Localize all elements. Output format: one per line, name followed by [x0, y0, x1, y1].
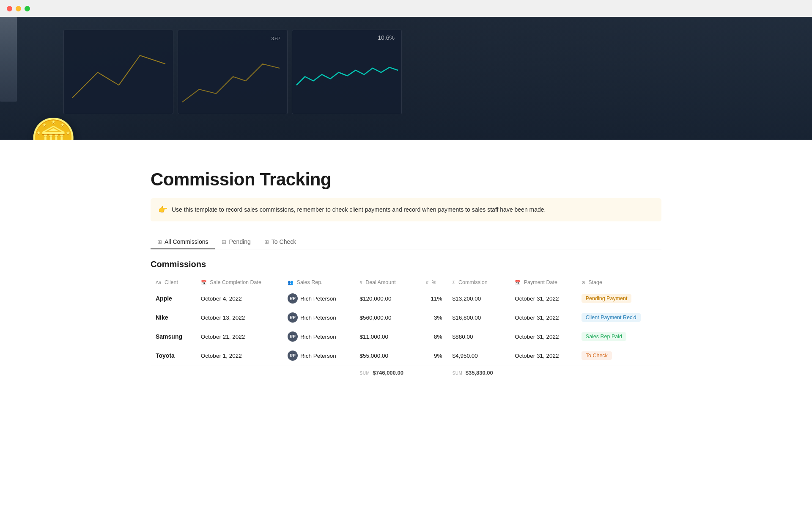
cell-commission-3: $4,950.00: [447, 346, 510, 365]
stage-badge-0: Pending Payment: [582, 294, 632, 303]
col-icon-pct: #: [426, 280, 428, 285]
tab-pending-icon: ⊞: [222, 239, 226, 245]
tab-bar: ⊞ All Commissions ⊞ Pending ⊞ To Check: [151, 235, 661, 249]
tab-all-commissions[interactable]: ⊞ All Commissions: [151, 235, 215, 249]
info-banner-icon: 👉: [158, 204, 167, 215]
titlebar: [0, 0, 812, 17]
tab-pending-label: Pending: [229, 238, 250, 245]
cell-payment-date-2: October 31, 2022: [510, 327, 576, 346]
sum-row: SUM $746,000.00 SUM $35,830.00: [151, 365, 661, 381]
cell-sale-date-3: October 1, 2022: [196, 346, 283, 365]
main-content: Commission Tracking 👉 Use this template …: [110, 140, 702, 397]
cell-commission-0: $13,200.00: [447, 289, 510, 308]
cell-pct-2: 8%: [421, 327, 447, 346]
avatar-1: RP: [288, 312, 298, 323]
tab-to-check[interactable]: ⊞ To Check: [258, 235, 303, 249]
stage-badge-3: To Check: [582, 351, 612, 360]
cell-payment-date-1: October 31, 2022: [510, 308, 576, 327]
tab-to-check-icon: ⊞: [264, 239, 269, 245]
col-header-commission: Σ Commission: [447, 276, 510, 289]
table-row: Nike October 13, 2022 RP Rich Peterson $…: [151, 308, 661, 327]
hero-banner: 3.67 10.6% 🪙: [0, 17, 812, 140]
cell-sales-rep-1: RP Rich Peterson: [283, 308, 354, 327]
col-header-client: Aa Client: [151, 276, 196, 289]
table-row: Samsung October 21, 2022 RP Rich Peterso…: [151, 327, 661, 346]
cell-payment-date-0: October 31, 2022: [510, 289, 576, 308]
cell-client-0: Apple: [151, 289, 196, 308]
col-icon-stage: ⊙: [582, 280, 585, 285]
minimize-button[interactable]: [16, 6, 21, 11]
commissions-table: Aa Client 📅 Sale Completion Date 👥 Sales…: [151, 276, 661, 380]
hero-panel-2: 3.67: [178, 30, 288, 114]
cell-pct-0: 11%: [421, 289, 447, 308]
cell-deal-amount-1: $560,000.00: [355, 308, 421, 327]
cell-sales-rep-2: RP Rich Peterson: [283, 327, 354, 346]
avatar-2: RP: [288, 331, 298, 342]
cell-stage-3: To Check: [576, 346, 661, 365]
cell-sale-date-2: October 21, 2022: [196, 327, 283, 346]
maximize-button[interactable]: [25, 6, 30, 11]
cell-sale-date-0: October 4, 2022: [196, 289, 283, 308]
col-header-payment-date: 📅 Payment Date: [510, 276, 576, 289]
avatar-3: RP: [288, 351, 298, 361]
page-title: Commission Tracking: [151, 169, 661, 190]
cell-payment-date-3: October 31, 2022: [510, 346, 576, 365]
cell-sales-rep-3: RP Rich Peterson: [283, 346, 354, 365]
section-title: Commissions: [151, 260, 661, 269]
cell-pct-1: 3%: [421, 308, 447, 327]
col-icon-sales-rep: 👥: [288, 280, 294, 285]
table-row: Toyota October 1, 2022 RP Rich Peterson …: [151, 346, 661, 365]
col-icon-payment-date: 📅: [515, 280, 521, 285]
tab-pending[interactable]: ⊞ Pending: [215, 235, 257, 249]
stage-badge-1: Client Payment Rec'd: [582, 313, 641, 322]
cell-stage-1: Client Payment Rec'd: [576, 308, 661, 327]
cell-sale-date-1: October 13, 2022: [196, 308, 283, 327]
cell-pct-3: 9%: [421, 346, 447, 365]
col-icon-commission: Σ: [453, 280, 455, 285]
tab-all-label: All Commissions: [165, 238, 208, 245]
col-header-sales-rep: 👥 Sales Rep.: [283, 276, 354, 289]
table-header-row: Aa Client 📅 Sale Completion Date 👥 Sales…: [151, 276, 661, 289]
cell-client-2: Samsung: [151, 327, 196, 346]
col-icon-deal-amount: #: [360, 280, 362, 285]
col-header-sale-date: 📅 Sale Completion Date: [196, 276, 283, 289]
info-banner: 👉 Use this template to record sales comm…: [151, 198, 661, 221]
wallet-icon: 🪙: [30, 116, 77, 140]
hero-panel-1: [63, 30, 173, 114]
cell-commission-1: $16,800.00: [447, 308, 510, 327]
col-header-pct: # %: [421, 276, 447, 289]
col-header-deal-amount: # Deal Amount: [355, 276, 421, 289]
cell-commission-2: $880.00: [447, 327, 510, 346]
cell-client-1: Nike: [151, 308, 196, 327]
tab-to-check-label: To Check: [272, 238, 296, 245]
close-button[interactable]: [7, 6, 12, 11]
cell-deal-amount-3: $55,000.00: [355, 346, 421, 365]
cell-client-3: Toyota: [151, 346, 196, 365]
sum-deal-amount: SUM $746,000.00: [355, 365, 421, 381]
cell-stage-2: Sales Rep Paid: [576, 327, 661, 346]
commissions-table-wrapper: Aa Client 📅 Sale Completion Date 👥 Sales…: [151, 276, 661, 380]
col-header-stage: ⊙ Stage: [576, 276, 661, 289]
avatar-0: RP: [288, 293, 298, 304]
sum-commission: SUM $35,830.00: [447, 365, 510, 381]
table-row: Apple October 4, 2022 RP Rich Peterson $…: [151, 289, 661, 308]
info-banner-text: Use this template to record sales commis…: [172, 205, 546, 214]
col-icon-sale-date: 📅: [201, 280, 207, 285]
col-icon-client: Aa: [156, 280, 161, 285]
stage-badge-2: Sales Rep Paid: [582, 332, 626, 341]
hero-panel-3: 10.6%: [292, 30, 402, 114]
cell-deal-amount-2: $11,000.00: [355, 327, 421, 346]
cell-sales-rep-0: RP Rich Peterson: [283, 289, 354, 308]
cell-deal-amount-0: $120,000.00: [355, 289, 421, 308]
cell-stage-0: Pending Payment: [576, 289, 661, 308]
tab-all-icon: ⊞: [157, 239, 162, 245]
